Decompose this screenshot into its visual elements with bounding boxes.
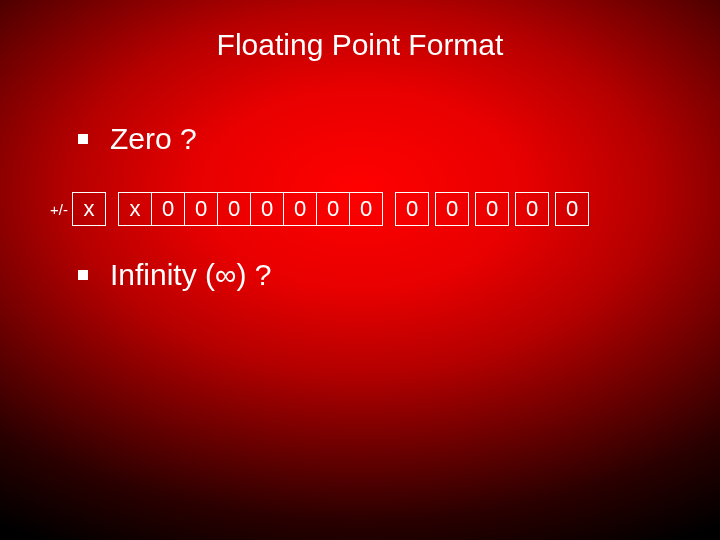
bit-representation-row: +/- x x 0 0 0 0 0 0 0 0 0 0 0 0	[44, 192, 589, 226]
bit-cell: 0	[349, 192, 383, 226]
bit-cell: 0	[555, 192, 589, 226]
bullet-zero-text: Zero ?	[110, 122, 197, 156]
bit-cell: 0	[250, 192, 284, 226]
bullet-square-icon	[78, 270, 88, 280]
bit-cell: 0	[217, 192, 251, 226]
bit-cell: 0	[435, 192, 469, 226]
bit-cell: 0	[316, 192, 350, 226]
bit-cell: 0	[395, 192, 429, 226]
bit-cell: 0	[151, 192, 185, 226]
bit-cell: x	[72, 192, 106, 226]
bullet-infinity-text: Infinity (∞) ?	[110, 258, 271, 292]
bullet-zero: Zero ?	[78, 122, 197, 156]
bit-cell: 0	[184, 192, 218, 226]
bit-cell: 0	[475, 192, 509, 226]
slide-title: Floating Point Format	[0, 28, 720, 62]
bit-cell: x	[118, 192, 152, 226]
bit-cell: 0	[283, 192, 317, 226]
bit-cells: x x 0 0 0 0 0 0 0 0 0 0 0 0	[72, 192, 589, 226]
sign-label: +/-	[44, 201, 68, 218]
bit-cell: 0	[515, 192, 549, 226]
bullet-square-icon	[78, 134, 88, 144]
bullet-infinity: Infinity (∞) ?	[78, 258, 271, 292]
